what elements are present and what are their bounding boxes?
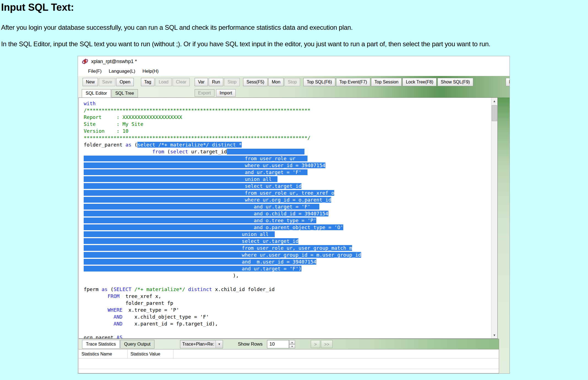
sql-code-area[interactable]: with/***********************************… <box>79 98 491 338</box>
toolbar-button-tag[interactable]: Tag <box>141 78 155 86</box>
column-statistics-value: Statistics Value <box>128 349 173 359</box>
code-line: and o.child_id = 39407154 <box>84 210 491 217</box>
title-bar: xplan_rpt@nswhp1 * <box>78 56 510 67</box>
code-line: Version : 10 <box>84 127 491 134</box>
code-line: and m.user_id = 39407154 <box>84 258 491 265</box>
scrollbar-thumb[interactable] <box>492 105 497 121</box>
code-line: WHERE x.tree_type = 'P' <box>84 306 491 313</box>
last-page-button[interactable]: >> <box>321 340 333 348</box>
intro-paragraph: After you login your database successful… <box>1 24 353 31</box>
import-button[interactable]: Import <box>216 89 236 97</box>
scroll-up-icon[interactable]: ▲ <box>491 98 497 104</box>
toolbar-button-hist[interactable]: Hist <box>506 78 510 86</box>
toolbar-button-open[interactable]: Open <box>116 78 134 86</box>
code-line: FROM tree_xref x, <box>84 293 491 300</box>
toolbar-button-var[interactable]: Var <box>195 78 208 86</box>
window-title: xplan_rpt@nswhp1 * <box>91 59 137 64</box>
code-line: ), <box>84 272 491 279</box>
menu-language[interactable]: Language(L) <box>105 67 139 75</box>
code-line: ****************************************… <box>84 134 491 141</box>
code-line: from user_role ur, tree_xref o <box>84 189 491 196</box>
toolbar-tabs: SQL Editor SQL Tree Export Import <box>82 88 507 97</box>
code-line: select ur.target_id <box>84 183 491 189</box>
spin-up-icon[interactable]: ▴ <box>289 340 295 344</box>
toolbar-button-load[interactable]: Load <box>155 78 172 86</box>
code-line: select ur.target_id <box>84 238 491 245</box>
show-rows-label: Show Rows <box>238 341 263 347</box>
toolbar-button-save[interactable]: Save <box>99 78 115 86</box>
toolbar-button-top-sql-f6[interactable]: Top SQL(F6) <box>303 78 335 86</box>
code-line: and ur.target = 'F' <box>84 203 491 210</box>
menu-bar: File(F) Language(L) Help(H) <box>78 67 510 76</box>
code-line: Site : My Site <box>84 121 491 127</box>
tab-sql-editor[interactable]: SQL Editor <box>82 89 111 97</box>
menu-file[interactable]: File(F) <box>85 67 105 75</box>
code-line: from user_role ur, user_group_match m <box>84 245 491 251</box>
toolbar-button-sess-f5[interactable]: Sess(F5) <box>243 78 268 86</box>
statistics-table: Statistics Name Statistics Value <box>79 349 499 373</box>
page-title: Input SQL Text: <box>1 2 74 13</box>
toolbar-button-top-event-f7[interactable]: Top Event(F7) <box>336 78 370 86</box>
code-line: and o.tree_type = 'P' <box>84 217 491 224</box>
code-line: and o.parent_object_type = 'O' <box>84 224 491 231</box>
tab-sql-tree[interactable]: SQL Tree <box>111 89 138 97</box>
app-window: xplan_rpt@nswhp1 * File(F) Language(L) H… <box>78 56 510 374</box>
code-line <box>84 327 491 334</box>
statistics-table-header: Statistics Name Statistics Value <box>79 349 499 359</box>
export-button[interactable]: Export <box>195 89 214 97</box>
code-line: folder_parent as (select /*+ materialize… <box>84 141 491 148</box>
toolbar-button-run[interactable]: Run <box>209 78 223 86</box>
spin-down-icon[interactable]: ▾ <box>289 344 295 348</box>
code-line: where ur.user_id = 39407154 <box>84 162 491 169</box>
toolbar-button-lock-tree-f8[interactable]: Lock Tree(F8) <box>402 78 437 86</box>
toolbar-button-clear[interactable]: Clear <box>173 78 190 86</box>
window-background-strip <box>497 97 510 373</box>
tab-query-output[interactable]: Query Output <box>120 340 154 349</box>
code-line: with <box>84 100 491 107</box>
toolbar-button-new[interactable]: New <box>83 78 98 86</box>
column-statistics-name: Statistics Name <box>79 349 128 359</box>
code-line: where ur.org_id = o.parent_id <box>84 196 491 203</box>
scroll-down-icon[interactable]: ▼ <box>491 332 497 338</box>
next-page-button[interactable]: > <box>311 340 320 348</box>
sql-editor[interactable]: with/***********************************… <box>78 97 498 339</box>
code-line: union all <box>84 231 491 238</box>
tab-trace-statistics[interactable]: Trace Statistics <box>82 340 120 349</box>
toolbar-button-stop-run[interactable]: Stop <box>224 78 240 86</box>
bottom-tabs: Trace Statistics Query Output <box>82 340 154 349</box>
chevron-down-icon[interactable]: ▾ <box>216 340 223 348</box>
table-row-divider <box>79 369 499 369</box>
code-line: from (select ur.target_id <box>84 148 491 155</box>
toolbar-button-top-session[interactable]: Top Session <box>371 78 402 86</box>
trace-mode-value: Trace+Plan+Re: <box>182 342 214 347</box>
rows-spinner: ▴ ▾ <box>289 340 295 348</box>
app-icon <box>82 58 88 65</box>
trace-mode-dropdown[interactable]: Trace+Plan+Re: ▾ <box>180 340 223 348</box>
toolbar: NewSaveOpenTagLoadClearVarRunStopSess(F5… <box>78 76 510 97</box>
code-line: union all <box>84 176 491 183</box>
show-rows-input[interactable] <box>267 340 289 348</box>
code-line: AND x.parent_id = fp.target_id), <box>84 320 491 327</box>
toolbar-button-show-sql-f9[interactable]: Show SQL(F9) <box>437 78 473 86</box>
code-line: where ur.user_group_id = m.user_group_id <box>84 251 491 258</box>
toolbar-button-mon[interactable]: Mon <box>268 78 284 86</box>
editor-scrollbar[interactable]: ▲ ▼ <box>491 98 497 338</box>
code-line: fperm as (SELECT /*+ materialize*/ disti… <box>84 286 491 293</box>
code-line <box>84 279 491 286</box>
bottom-panel: Trace Statistics Query Output Trace+Plan… <box>78 339 499 373</box>
code-line: and ur.target = 'F' <box>84 169 491 176</box>
toolbar-button-stop-mon[interactable]: Stop <box>284 78 300 86</box>
code-line: AND x.child_object_type = 'F' <box>84 313 491 320</box>
code-line: and ur.target = 'F') <box>84 265 491 272</box>
menu-help[interactable]: Help(H) <box>139 67 162 75</box>
toolbar-buttons: NewSaveOpenTagLoadClearVarRunStopSess(F5… <box>82 78 507 86</box>
code-line: folder_parent fp <box>84 300 491 306</box>
code-line: from user_role ur <box>84 155 491 162</box>
instruction-paragraph: In the SQL Editor, input the SQL text yo… <box>1 40 490 48</box>
code-line: Report : XXXXXXXXXXXXXXXXXXXX <box>84 114 491 121</box>
code-line: org_parent AS <box>84 334 491 338</box>
code-line: /***************************************… <box>84 107 491 114</box>
